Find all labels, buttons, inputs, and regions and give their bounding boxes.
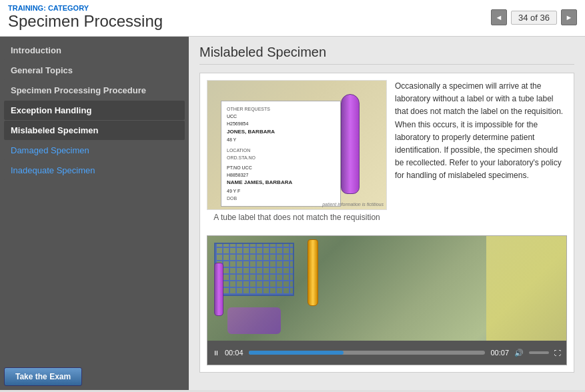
content-box: OTHER REQUESTS UCC H2569854 JONES, BARBA… (199, 73, 574, 373)
sidebar-item-exception-handling[interactable]: Exception Handling (4, 101, 185, 120)
label-line8: PT.NO UCC (227, 164, 335, 171)
label-line6: LOCATION (227, 147, 335, 154)
label-line10: NAME JAMES, BARBARA (227, 179, 335, 187)
page-header: TRAINING: CATEGORY Specimen Processing ◄… (0, 0, 585, 37)
next-button[interactable]: ► (561, 9, 577, 25)
top-section: OTHER REQUESTS UCC H2569854 JONES, BARBA… (207, 80, 567, 229)
rack-visual (214, 243, 294, 296)
progress-bar[interactable] (249, 351, 486, 355)
progress-fill (249, 351, 344, 355)
content-area: Mislabeled Specimen (189, 37, 585, 390)
main-area: Introduction General Topics Specimen Pro… (0, 37, 585, 390)
total-time: 00:07 (490, 349, 509, 357)
prev-button[interactable]: ◄ (491, 9, 507, 25)
content-title: Mislabeled Specimen (199, 45, 574, 65)
video-controls: ⏸ 00:04 00:07 🔊 ⛶ (207, 341, 566, 365)
label-line3: H2569854 (227, 120, 335, 127)
label-line4: JONES, BARBARA (227, 128, 335, 137)
sidebar-item-mislabeled-specimen[interactable]: Mislabeled Specimen (4, 121, 185, 140)
video-content (207, 236, 566, 341)
current-time: 00:04 (225, 349, 243, 357)
label-line7: ORD.STA.NO (227, 154, 335, 161)
label-line11: 49 Y F (227, 187, 335, 195)
image-caption: A tube label that does not match the req… (207, 213, 387, 222)
volume-icon: 🔊 (514, 349, 524, 357)
specimen-image-container: OTHER REQUESTS UCC H2569854 JONES, BARBA… (207, 80, 387, 229)
sidebar: Introduction General Topics Specimen Pro… (0, 37, 189, 390)
sidebar-item-damaged-specimen[interactable]: Damaged Specimen (4, 141, 185, 160)
take-exam-button[interactable]: Take the Exam (4, 367, 82, 386)
patient-info-note: patient information is fictitious (322, 202, 384, 207)
play-pause-button[interactable]: ⏸ (213, 349, 219, 357)
sidebar-item-specimen-processing-procedure[interactable]: Specimen Processing Procedure (4, 81, 185, 100)
hand-visual (227, 307, 281, 334)
tube-in-rack-purple (214, 263, 223, 316)
tube-shape (341, 94, 360, 194)
yellow-surface (486, 236, 566, 341)
label-line2: UCC (227, 113, 335, 120)
label-line12: DOB (227, 195, 335, 202)
fullscreen-button[interactable]: ⛶ (554, 349, 561, 357)
description-text: Occasionally a specimen will arrive at t… (395, 80, 567, 229)
page-counter: 34 of 36 (511, 11, 557, 25)
training-text: TRAINING: (8, 4, 46, 12)
category-link[interactable]: CATEGORY (48, 4, 89, 12)
label-line5: 48 Y (227, 136, 335, 143)
volume-bar[interactable] (529, 351, 549, 354)
sidebar-item-inadequate-specimen[interactable]: Inadequate Specimen (4, 161, 185, 180)
tube-in-rack-orange (308, 239, 318, 306)
video-player[interactable]: ⏸ 00:04 00:07 🔊 ⛶ (207, 235, 567, 365)
label-line9: H8858327 (227, 171, 335, 179)
label-lines: OTHER REQUESTS UCC H2569854 JONES, BARBA… (221, 101, 341, 207)
label-line1: OTHER REQUESTS (227, 105, 335, 113)
tube-visual: OTHER REQUESTS UCC H2569854 JONES, BARBA… (207, 81, 386, 209)
specimen-image: OTHER REQUESTS UCC H2569854 JONES, BARBA… (207, 80, 387, 210)
sidebar-item-general-topics[interactable]: General Topics (4, 61, 185, 80)
sidebar-item-introduction[interactable]: Introduction (4, 41, 185, 60)
nav-counter: ◄ 34 of 36 ► (491, 9, 577, 25)
